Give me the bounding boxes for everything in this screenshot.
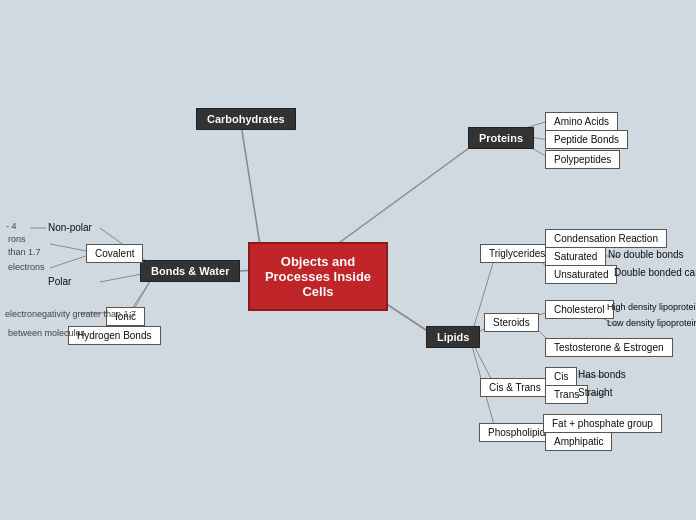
cis-trans-node: Cis & Trans [480, 378, 550, 397]
steroids-node: Steroids [484, 313, 539, 332]
triglycerides-node: Triglycerides [480, 244, 554, 263]
svg-line-0 [240, 118, 262, 258]
hdl-label: High density lipoprotein [603, 300, 696, 314]
amphipatic-node: Amphipatic [545, 432, 612, 451]
rons-label: rons [4, 232, 30, 246]
peptide-bonds-label: Peptide Bonds [554, 134, 619, 145]
polar-label: Polar [44, 274, 75, 289]
condensation-reaction-node: Condensation Reaction [545, 229, 667, 248]
ldl-label: Low density lipoprotein [603, 316, 696, 330]
electroneg-label: - 4 [2, 219, 21, 233]
proteins-node: Proteins [468, 127, 534, 149]
center-label: Objects and Processes Inside Cells [265, 254, 371, 299]
double-bc-label: Double bonded carbon [610, 265, 696, 280]
fat-phosphate-node: Fat + phosphate group [543, 414, 662, 433]
cis-node: Cis [545, 367, 577, 386]
no-double-bonds-label: No double bonds [604, 247, 688, 262]
covalent-node: Covalent [86, 244, 143, 263]
peptide-bonds-node: Peptide Bonds [545, 130, 628, 149]
straight-label: Straight [574, 385, 616, 400]
lipids-label: Lipids [437, 331, 469, 343]
amino-acids-label: Amino Acids [554, 116, 609, 127]
amino-acids-node: Amino Acids [545, 112, 618, 131]
bonds-water-node: Bonds & Water [140, 260, 240, 282]
svg-line-1 [332, 140, 480, 248]
unsaturated-node: Unsaturated [545, 265, 617, 284]
saturated-node: Saturated [545, 247, 606, 266]
polypeptides-node: Polypeptides [545, 150, 620, 169]
than17-label: than 1.7 [4, 245, 45, 259]
non-polar-label: Non-polar [44, 220, 96, 235]
has-bonds-label: Has bonds [574, 367, 630, 382]
proteins-label: Proteins [479, 132, 523, 144]
carbohydrates-node: Carbohydrates [196, 108, 296, 130]
test-est-node: Testosterone & Estrogen [545, 338, 673, 357]
lipids-node: Lipids [426, 326, 480, 348]
bonds-water-label: Bonds & Water [151, 265, 229, 277]
center-node: Objects and Processes Inside Cells [248, 242, 388, 311]
between-mol-label: between molecules [4, 326, 89, 340]
carbohydrates-label: Carbohydrates [207, 113, 285, 125]
electroneg17-label: electronegativity greater than 1.7 [1, 307, 140, 321]
electrons2-label: electrons [4, 260, 49, 274]
polypeptides-label: Polypeptides [554, 154, 611, 165]
